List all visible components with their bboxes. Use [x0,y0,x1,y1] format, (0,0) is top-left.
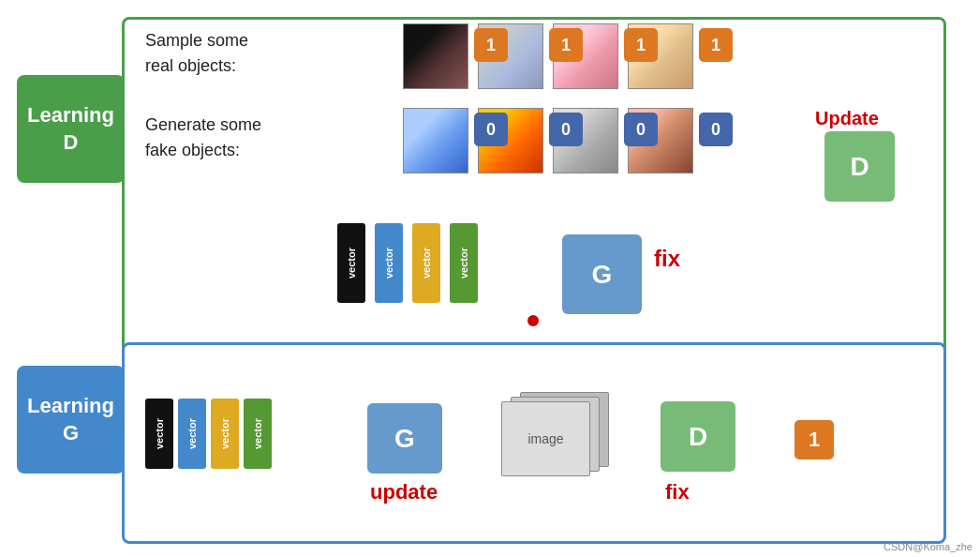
badge-1-a: 1 [474,28,508,62]
real-image-1 [403,23,468,89]
badge-1-b: 1 [549,28,583,62]
vector-bar-blue-top: vector [375,223,403,303]
badge-1-output: 1 [794,420,834,459]
vector-bar-yellow-top: vector [412,223,440,303]
g-box-top: G [562,234,642,314]
badge-0-d: 0 [699,113,733,146]
update-label-bottom: update [370,480,438,504]
vector-bar-green-top: vector [450,223,478,303]
g-box-bottom: G [367,403,442,474]
vector-bar-yellow-bot: vector [211,399,239,469]
sample-text: Sample some real objects: [145,28,248,79]
badge-0-a: 0 [474,113,508,146]
badge-0-c: 0 [624,113,658,146]
vector-bar-black-top: vector [337,223,365,303]
badge-0-b: 0 [549,113,583,146]
watermark: CSDN@Koma_zhe [883,541,973,552]
badge-1-c: 1 [624,28,658,62]
fix-label-top: fix [654,246,680,272]
vector-bar-black-bot: vector [145,399,173,469]
stacked-img-front: image [501,401,590,476]
vector-bar-green-bot: vector [244,399,272,469]
d-box-top: D [824,131,895,202]
learning-d-label: Learning D [17,75,125,183]
learning-g-label: Learning G [17,366,125,474]
fix-label-bottom: fix [665,480,690,504]
d-box-bottom: D [661,401,735,472]
vector-bar-blue-bot: vector [178,399,206,469]
fake-image-1 [403,108,468,173]
badge-1-d: 1 [699,28,733,62]
update-label-top: Update [815,108,879,129]
generate-text: Generate some fake objects: [145,113,261,163]
red-dot [527,315,539,326]
